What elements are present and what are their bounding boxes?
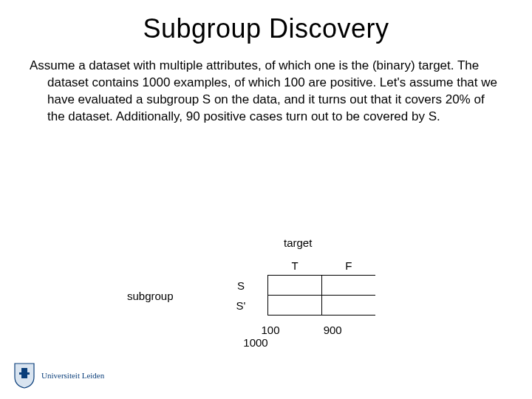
affiliation-text: Universiteit Leiden: [41, 371, 104, 380]
body-paragraph: Assume a dataset with multiple attribute…: [30, 58, 502, 126]
corner-cell: [214, 256, 268, 276]
row-header-s: S: [214, 276, 268, 296]
target-label: target: [284, 236, 312, 249]
svg-rect-1: [19, 372, 30, 375]
cell-sc-t: [268, 296, 322, 316]
affiliation-logo: Universiteit Leiden: [13, 362, 104, 389]
subgroup-label: subgroup: [127, 290, 174, 302]
cell-s-f: [322, 276, 376, 296]
slide: Subgroup Discovery Assume a dataset with…: [0, 0, 532, 399]
col-header-t: T: [268, 256, 322, 276]
column-totals: 100 900 1000: [214, 324, 429, 349]
contingency-table: T F S S': [214, 256, 375, 316]
total-n: 1000: [229, 336, 282, 349]
crest-icon: [13, 362, 35, 389]
cell-s-t: [268, 276, 322, 296]
row-header-sc: S': [214, 296, 268, 316]
total-t: 100: [244, 324, 297, 336]
col-header-f: F: [322, 256, 376, 276]
slide-title: Subgroup Discovery: [0, 0, 532, 44]
slide-body: Assume a dataset with multiple attribute…: [0, 44, 532, 126]
cell-sc-f: [322, 296, 376, 316]
total-f: 900: [306, 324, 359, 336]
